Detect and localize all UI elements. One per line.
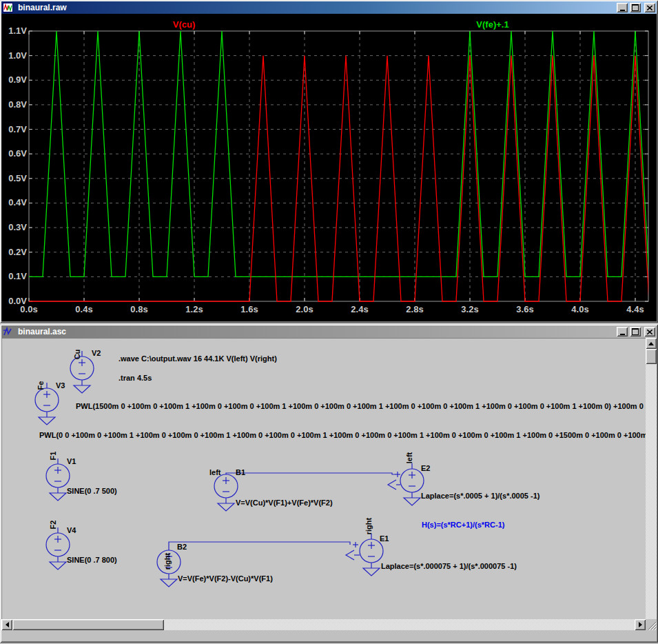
y-tick-label: 0.1V	[8, 271, 27, 281]
y-tick-label: 0.0V	[8, 296, 27, 306]
maximize-icon	[632, 4, 639, 11]
x-tick-label: 2.4s	[351, 304, 368, 314]
waveform-plot-area[interactable]: 0.0s0.4s0.8s1.2s1.6s2.0s2.4s2.8s3.2s3.6s…	[1, 14, 657, 321]
close-icon	[647, 330, 652, 334]
resize-grip[interactable]	[646, 619, 657, 630]
net-label-f1[interactable]: F1	[49, 452, 57, 461]
asc-window: binaural.asc	[0, 324, 658, 643]
y-tick-label: 0.7V	[8, 124, 27, 134]
x-tick-label: 0.8s	[130, 304, 147, 314]
x-tick-label: 0.4s	[75, 304, 92, 314]
e2-value[interactable]: Laplace=(s*.0005 + 1)/(s*.0005 -1)	[421, 492, 539, 500]
ground-icon	[39, 417, 55, 425]
arrow-left-icon	[6, 622, 9, 627]
trace-label-V(cu)[interactable]: V(cu)	[173, 19, 196, 30]
b1-bsource-symbol[interactable]	[214, 474, 238, 511]
asc-maximize-button[interactable]	[630, 327, 641, 336]
net-label-right-b2[interactable]: right	[163, 553, 172, 570]
arrow-left-icon	[346, 550, 354, 560]
pwl-fe-value[interactable]: PWL(0 0 +100m 0 +100m 1 +100m 0 +100m 0 …	[39, 431, 646, 439]
net-label-cu[interactable]: Cu	[73, 350, 81, 360]
y-tick-label: 0.4V	[8, 197, 27, 208]
horizontal-scroll-track[interactable]	[12, 619, 635, 630]
minimize-icon	[620, 10, 625, 11]
v2-name[interactable]: V2	[92, 349, 101, 357]
net-label-left[interactable]: left	[209, 468, 221, 476]
scroll-left-button[interactable]	[1, 619, 12, 630]
y-tick-label: 0.8V	[8, 99, 27, 110]
y-tick-label: 1.1V	[8, 26, 27, 36]
b2-value[interactable]: V=V(Fe)*V(F2)-V(Cu)*V(F1)	[178, 574, 273, 583]
asc-window-title: binaural.asc	[18, 327, 615, 336]
vertical-scroll-thumb[interactable]	[646, 349, 657, 364]
v1-voltage-source-symbol[interactable]	[46, 459, 70, 501]
schematic-canvas-area[interactable]: .wave C:\output.wav 16 44.1K V(left) V(r…	[1, 338, 646, 630]
ground-icon	[50, 493, 66, 501]
schematic-comment[interactable]: H(s)=(s*RC+1)/(s*RC-1)	[422, 521, 504, 529]
net-label-fe[interactable]: Fe	[37, 381, 45, 390]
horizontal-scrollbar[interactable]	[1, 619, 646, 630]
vertical-scrollbar[interactable]	[646, 338, 657, 630]
minimize-icon	[620, 334, 625, 335]
asc-minimize-button[interactable]	[617, 327, 628, 336]
b2-name[interactable]: B2	[177, 543, 187, 551]
x-tick-label: 2.0s	[296, 304, 313, 314]
wire-b2-to-e1[interactable]	[169, 542, 350, 550]
asc-titlebar[interactable]: binaural.asc	[1, 325, 657, 338]
b1-name[interactable]: B1	[236, 468, 245, 476]
raw-window-title: binaural.raw	[18, 3, 615, 12]
schematic-file-icon[interactable]	[3, 326, 14, 337]
b1-value[interactable]: V=V(Cu)*V(F1)+V(Fe)*V(F2)	[236, 499, 333, 507]
raw-maximize-button[interactable]	[630, 3, 641, 12]
y-tick-label: 0.6V	[8, 148, 27, 159]
asc-close-button[interactable]	[644, 327, 655, 336]
net-label-right-e1[interactable]: right	[364, 518, 373, 534]
ground-icon	[404, 498, 420, 505]
ground-icon	[218, 503, 234, 511]
waveform-file-icon[interactable]	[3, 2, 14, 13]
y-tick-label: 0.3V	[8, 222, 27, 232]
y-tick-label: 1.0V	[8, 50, 27, 61]
v1-sine-value[interactable]: SINE(0 .7 500)	[67, 487, 117, 495]
net-label-left-e2[interactable]: left	[405, 452, 413, 464]
arrow-left-icon	[388, 480, 396, 490]
trace-label-V(fe)+.1[interactable]: V(fe)+.1	[476, 19, 508, 30]
raw-minimize-button[interactable]	[617, 3, 628, 12]
wave-directive[interactable]: .wave C:\output.wav 16 44.1K V(left) V(r…	[119, 354, 277, 363]
e1-value[interactable]: Laplace=(s*.000075 + 1)/(s*.000075 -1)	[381, 562, 517, 570]
wire-b1-to-e2[interactable]	[226, 473, 395, 474]
v4-sine-value[interactable]: SINE(0 .7 800)	[67, 556, 117, 564]
net-label-f2[interactable]: F2	[49, 521, 57, 530]
close-icon	[647, 6, 652, 10]
pwl-cu-value[interactable]: PWL(1500m 0 +100m 0 +100m 1 +100m 0 +100…	[76, 402, 646, 410]
arrow-up-icon	[648, 342, 654, 345]
horizontal-scroll-thumb[interactable]	[12, 619, 164, 630]
waveform-plot[interactable]: 0.0s0.4s0.8s1.2s1.6s2.0s2.4s2.8s3.2s3.6s…	[1, 14, 657, 321]
plot-border	[29, 31, 648, 301]
e1-name[interactable]: E1	[380, 534, 389, 543]
tran-directive[interactable]: .tran 4.5s	[119, 374, 152, 382]
ground-icon	[74, 385, 90, 393]
y-tick-label: 0.2V	[8, 247, 27, 257]
y-tick-label: 0.5V	[8, 173, 27, 183]
x-tick-label: 2.8s	[406, 304, 423, 314]
v3-name[interactable]: V3	[56, 381, 65, 390]
raw-window: binaural.raw 0.0s0.4s0.8s1.2s1.6s2.0s2.4…	[0, 0, 658, 323]
schematic-canvas[interactable]	[1, 339, 646, 630]
raw-titlebar[interactable]: binaural.raw	[1, 1, 657, 14]
e2-name[interactable]: E2	[421, 464, 430, 472]
x-tick-label: 4.4s	[626, 304, 644, 314]
e1-esource-symbol[interactable]	[346, 534, 383, 576]
e2-esource-symbol[interactable]	[388, 463, 424, 505]
vertical-scroll-track[interactable]	[646, 349, 657, 619]
maximize-icon	[632, 328, 639, 335]
v4-name[interactable]: V4	[67, 526, 76, 534]
scroll-right-button[interactable]	[635, 619, 646, 630]
scroll-up-button[interactable]	[646, 338, 657, 349]
y-tick-label: 0.9V	[8, 74, 27, 85]
x-tick-label: 1.6s	[240, 304, 258, 314]
ground-icon	[50, 562, 66, 570]
v1-name[interactable]: V1	[67, 457, 76, 465]
raw-close-button[interactable]	[644, 3, 655, 12]
v4-voltage-source-symbol[interactable]	[46, 527, 70, 570]
